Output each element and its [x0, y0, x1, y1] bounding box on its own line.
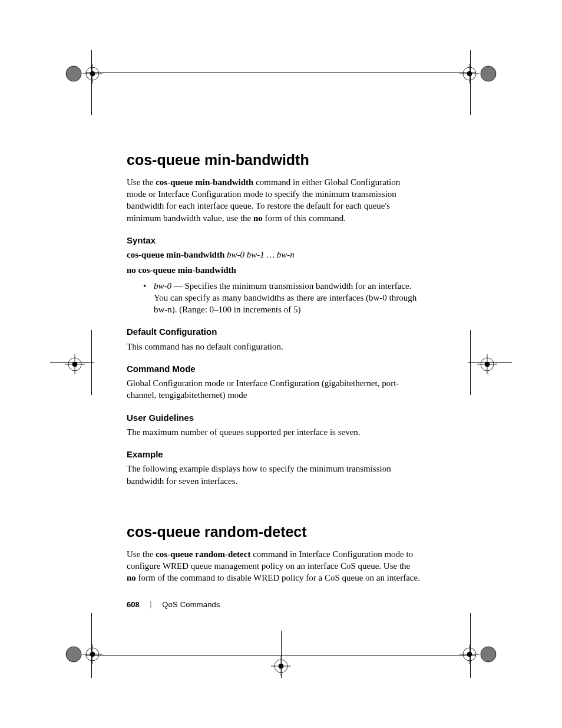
arg-desc: — Specifies the minimum transmission ban… — [154, 281, 416, 315]
syntax-bullet: bw-0 — Specifies the minimum transmissio… — [143, 280, 421, 316]
svg-point-0 — [86, 67, 99, 80]
page-content: cos-queue min-bandwidth Use the cos-queu… — [127, 150, 421, 587]
command-mode-heading: Command Mode — [127, 363, 421, 375]
svg-point-5 — [66, 66, 81, 81]
registration-mark-icon — [50, 347, 85, 382]
crop-rule-ml-h — [50, 362, 94, 363]
svg-point-11 — [481, 66, 496, 81]
default-config-text: This command has no default configuratio… — [127, 341, 421, 353]
svg-point-21 — [467, 652, 472, 657]
syntax-no-line: no cos-queue min-bandwidth — [127, 264, 421, 276]
text: Use the — [127, 549, 156, 559]
command-mode-text: Global Configuration mode or Interface C… — [127, 377, 421, 401]
footer-separator: | — [150, 600, 152, 609]
svg-point-12 — [86, 648, 99, 661]
crop-rule-bottom — [85, 655, 475, 655]
section-intro: Use the cos-queue min-bandwidth command … — [127, 176, 421, 224]
section-heading: cos-queue random-detect — [127, 522, 421, 542]
section-intro: Use the cos-queue random-detect command … — [127, 548, 421, 584]
example-text: The following example displays how to sp… — [127, 463, 421, 487]
crop-rule-tr-v — [470, 50, 471, 115]
arg-name: bw-0 — [154, 281, 171, 291]
svg-point-4 — [66, 66, 81, 81]
user-guidelines-text: The maximum number of queues supported p… — [127, 426, 421, 438]
page-number: 608 — [127, 600, 140, 609]
registration-mark-icon — [50, 631, 103, 684]
text: form of this command. — [263, 213, 346, 223]
page-footer: 608 | QoS Commands — [127, 600, 220, 609]
crop-rule-mc-v — [281, 631, 282, 678]
text: Use the — [127, 177, 156, 187]
svg-point-17 — [66, 647, 81, 662]
registration-mark-icon — [477, 347, 512, 382]
section-heading: cos-queue min-bandwidth — [127, 150, 421, 170]
svg-point-18 — [463, 648, 476, 661]
svg-point-28 — [481, 358, 494, 371]
syntax-heading: Syntax — [127, 235, 421, 246]
syntax-line: cos-queue min-bandwidth bw-0 bw-1 … bw-n — [127, 249, 421, 261]
default-config-heading: Default Configuration — [127, 326, 421, 338]
text: form of the command to disable WRED poli… — [136, 573, 420, 582]
registration-mark-icon — [459, 44, 512, 97]
crop-rule-bl-v — [91, 613, 92, 678]
crop-rule-top — [85, 73, 475, 73]
keyword-no: no — [253, 213, 263, 223]
svg-point-23 — [481, 647, 496, 662]
crop-rule-ml-v — [91, 330, 92, 395]
svg-point-10 — [481, 66, 496, 81]
crop-rule-mr-h — [468, 362, 512, 363]
registration-mark-icon — [459, 631, 512, 684]
crop-rule-mr-v — [470, 330, 471, 395]
crop-rule-br-v — [470, 613, 471, 678]
syntax-bullets: bw-0 — Specifies the minimum transmissio… — [127, 280, 421, 316]
command-name: cos-queue random-detect — [156, 549, 250, 559]
chapter-label: QoS Commands — [162, 600, 220, 609]
keyword-no: no — [127, 573, 136, 582]
syntax-args: bw-0 bw-1 … bw-n — [224, 250, 294, 259]
crop-rule-tl-v — [91, 50, 92, 115]
section-block: cos-queue random-detect Use the cos-queu… — [127, 522, 421, 584]
user-guidelines-heading: User Guidelines — [127, 412, 421, 424]
command-name: cos-queue min-bandwidth — [156, 177, 253, 187]
syntax-command: cos-queue min-bandwidth — [127, 250, 224, 259]
svg-point-22 — [481, 647, 496, 662]
registration-mark-icon — [50, 44, 103, 97]
svg-point-24 — [68, 358, 81, 371]
page: cos-queue min-bandwidth Use the cos-queu… — [0, 0, 562, 728]
svg-point-16 — [66, 647, 81, 662]
example-heading: Example — [127, 449, 421, 460]
svg-point-6 — [463, 67, 476, 80]
